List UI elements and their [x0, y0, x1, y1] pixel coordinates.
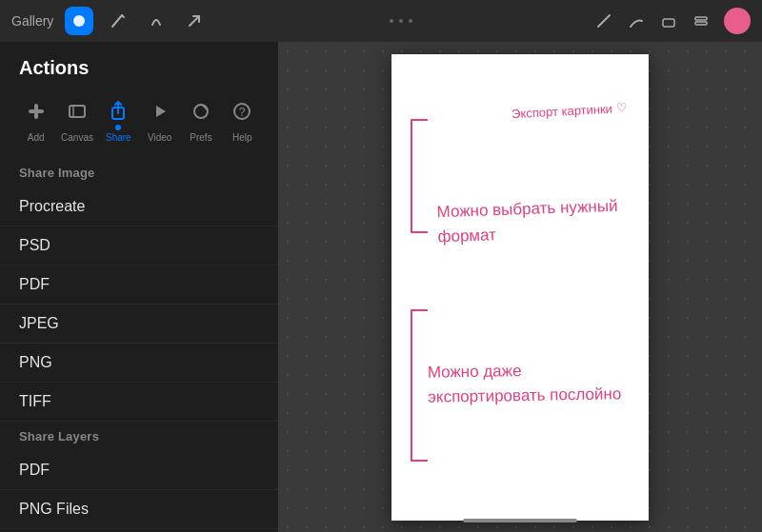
- top-toolbar: Gallery: [0, 0, 762, 42]
- action-add[interactable]: Add: [15, 94, 56, 143]
- avatar[interactable]: [724, 8, 751, 34]
- share-layers-header: Share Layers: [0, 422, 278, 451]
- actions-title: Actions: [0, 42, 278, 90]
- action-share[interactable]: Share: [98, 94, 139, 143]
- share-image-header: Share Image: [0, 158, 278, 187]
- prefs-label: Prefs: [190, 132, 211, 143]
- menu-item-png-files[interactable]: PNG Files: [0, 490, 278, 529]
- toolbar-left: Gallery: [11, 7, 208, 35]
- menu-item-psd[interactable]: PSD: [0, 227, 278, 266]
- canvas-annotation-layers: Можно даже экспортировать послойно: [428, 357, 622, 409]
- scroll-indicator: [463, 519, 577, 522]
- canvas-annotation-export: Экспорт картинки ♡: [511, 100, 628, 120]
- add-icon: [19, 94, 53, 128]
- menu-item-tiff[interactable]: TIFF: [0, 383, 278, 422]
- menu-item-jpeg[interactable]: JPEG: [0, 305, 278, 344]
- svg-marker-13: [156, 106, 166, 117]
- share-label: Share: [106, 132, 131, 143]
- toolbar-center-dots: [390, 19, 412, 23]
- bracket-top: [411, 119, 428, 233]
- menu-item-png[interactable]: PNG: [0, 344, 278, 383]
- canvas-icon: [60, 94, 94, 128]
- svg-rect-5: [663, 19, 674, 27]
- svg-rect-7: [695, 22, 707, 25]
- tool-pencil-button[interactable]: [105, 8, 131, 34]
- tool-arrow-button[interactable]: [181, 8, 208, 34]
- help-label: Help: [232, 132, 252, 143]
- video-icon: [143, 94, 177, 128]
- actions-panel: Actions Add Canvas: [0, 42, 278, 532]
- svg-line-2: [122, 15, 124, 17]
- share-icon: [101, 94, 135, 128]
- procreate-icon-button[interactable]: [65, 7, 93, 35]
- menu-item-pdf-layers[interactable]: PDF: [0, 451, 278, 490]
- svg-rect-6: [695, 17, 707, 20]
- action-help[interactable]: ? Help: [222, 94, 263, 143]
- video-label: Video: [148, 132, 171, 143]
- canvas-label: Canvas: [61, 132, 93, 143]
- drawing-canvas: Экспорт картинки ♡ Можно выбрать нужный …: [391, 54, 649, 521]
- svg-line-1: [112, 15, 122, 27]
- menu-item-pdf-image[interactable]: PDF: [0, 266, 278, 305]
- svg-line-4: [598, 15, 610, 27]
- canvas-area: Экспорт картинки ♡ Можно выбрать нужный …: [278, 42, 762, 532]
- actions-toolbar: Add Canvas Share: [0, 90, 278, 158]
- action-prefs[interactable]: Prefs: [180, 94, 221, 143]
- gallery-button[interactable]: Gallery: [11, 13, 53, 29]
- svg-rect-10: [70, 106, 85, 117]
- bracket-bottom: [411, 309, 428, 462]
- pen-nib-button[interactable]: [594, 11, 613, 30]
- svg-point-0: [73, 15, 85, 27]
- toolbar-right: [594, 8, 751, 34]
- tool-s-button[interactable]: [143, 8, 170, 34]
- layers-button[interactable]: [692, 11, 711, 30]
- svg-rect-9: [34, 104, 38, 119]
- add-label: Add: [28, 132, 45, 143]
- help-icon: ?: [225, 94, 259, 128]
- menu-item-procreate[interactable]: Procreate: [0, 187, 278, 227]
- svg-line-3: [190, 16, 199, 26]
- prefs-icon: [184, 94, 218, 128]
- svg-text:?: ?: [239, 106, 246, 119]
- eraser-button[interactable]: [659, 11, 678, 30]
- main-content: Actions Add Canvas: [0, 42, 762, 532]
- smudge-button[interactable]: [627, 11, 646, 30]
- action-video[interactable]: Video: [139, 94, 180, 143]
- canvas-annotation-format: Можно выбрать нужный формат: [436, 193, 619, 248]
- action-canvas[interactable]: Canvas: [56, 94, 97, 143]
